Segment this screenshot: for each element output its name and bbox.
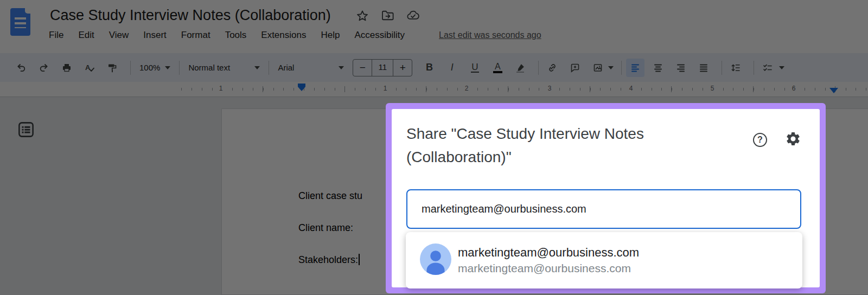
google-docs-app: Case Study Interview Notes (Collaboratio… [0, 0, 868, 295]
share-people-input[interactable] [406, 189, 801, 229]
suggestion-texts: marketingteam@ourbusiness.com marketingt… [458, 246, 639, 275]
suggestion-name: marketingteam@ourbusiness.com [458, 246, 639, 260]
suggestion-dropdown: marketingteam@ourbusiness.com marketingt… [406, 232, 802, 288]
share-dialog-icons: ? [753, 131, 801, 149]
suggestion-item[interactable]: marketingteam@ourbusiness.com marketingt… [406, 232, 802, 288]
share-dialog-title: Share "Case Study Interview Notes (Colla… [406, 122, 726, 169]
settings-gear-icon[interactable] [785, 131, 801, 149]
share-dialog: Share "Case Study Interview Notes (Colla… [392, 109, 820, 287]
share-dialog-highlight-frame: Share "Case Study Interview Notes (Colla… [386, 103, 826, 293]
person-avatar [420, 243, 451, 277]
suggestion-email: marketingteam@ourbusiness.com [458, 262, 639, 275]
help-icon[interactable]: ? [753, 133, 767, 147]
